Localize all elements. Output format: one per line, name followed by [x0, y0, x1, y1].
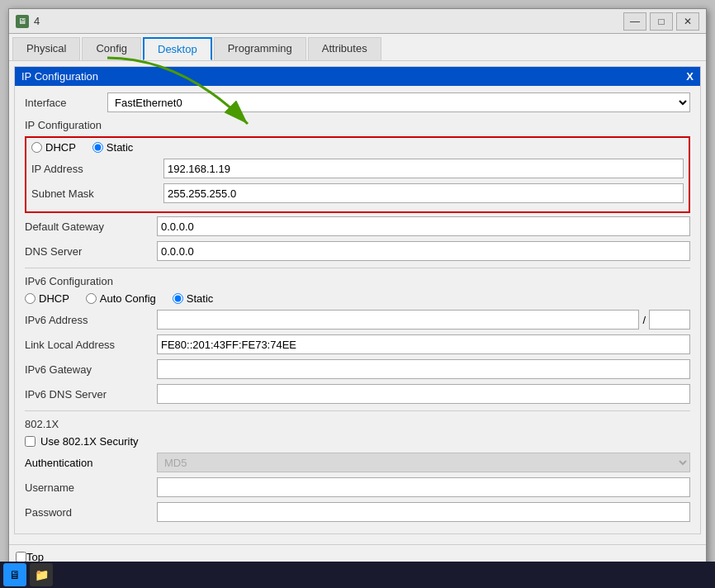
- interface-select[interactable]: FastEthernet0: [107, 92, 690, 112]
- ip-address-input[interactable]: [163, 159, 684, 178]
- ipv6-dns-label: IPv6 DNS Server: [25, 388, 157, 401]
- ipv6-slash: /: [642, 314, 646, 326]
- dot1x-section-title: 802.1X: [25, 418, 690, 430]
- use-security-label: Use 802.1X Security: [40, 435, 139, 448]
- use-security-row: Use 802.1X Security: [25, 435, 690, 448]
- main-window: 🖥 4 — □ ✕ Physical Config Desktop Progra…: [8, 8, 707, 570]
- dns-server-row: DNS Server: [25, 241, 690, 261]
- ipv6-static-radio[interactable]: [173, 293, 183, 304]
- separator-2: [25, 410, 690, 411]
- password-label: Password: [25, 506, 157, 519]
- tabs-bar: Physical Config Desktop Programming Attr…: [9, 34, 706, 61]
- panel-body: Interface FastEthernet0 IP Configuration…: [15, 86, 700, 533]
- title-bar-left: 🖥 4: [16, 15, 40, 28]
- ipv6-dhcp-radio[interactable]: [25, 293, 36, 304]
- password-input[interactable]: [157, 502, 690, 522]
- auth-row: Authentication MD5: [25, 453, 690, 472]
- interface-label: Interface: [25, 97, 107, 109]
- dns-server-label: DNS Server: [25, 245, 157, 258]
- title-bar: 🖥 4 — □ ✕: [9, 9, 706, 34]
- panel-title: IP Configuration: [21, 70, 98, 83]
- static-radio-label[interactable]: Static: [92, 141, 134, 154]
- ip-mode-radio-row: DHCP Static: [31, 141, 684, 154]
- maximize-button[interactable]: □: [650, 12, 673, 31]
- close-button[interactable]: ✕: [676, 12, 699, 31]
- ipv6-address-input[interactable]: [157, 310, 639, 330]
- ip-mode-section: DHCP Static IP Address Subn: [25, 136, 690, 213]
- panel-close-button[interactable]: X: [686, 70, 694, 83]
- ip-address-label: IP Address: [31, 163, 163, 175]
- taskbar-icon-1[interactable]: 🖥: [3, 563, 26, 586]
- ipv6-gateway-input[interactable]: [157, 359, 690, 379]
- minimize-button[interactable]: —: [623, 12, 646, 31]
- tab-attributes[interactable]: Attributes: [308, 37, 381, 60]
- auth-label: Authentication: [25, 457, 157, 469]
- static-radio[interactable]: [92, 142, 103, 153]
- dhcp-radio-label[interactable]: DHCP: [31, 141, 76, 154]
- link-local-row: Link Local Address: [25, 334, 690, 354]
- ipv6-address-label: IPv6 Address: [25, 314, 157, 326]
- default-gateway-row: Default Gateway: [25, 216, 690, 236]
- auth-select[interactable]: MD5: [157, 453, 690, 472]
- dns-server-input[interactable]: [157, 241, 690, 261]
- separator-1: [25, 268, 690, 268]
- username-input[interactable]: [157, 477, 690, 497]
- ipv6-dns-input[interactable]: [157, 384, 690, 404]
- ipv6-prefix-input[interactable]: [649, 310, 690, 330]
- ipv6-gateway-label: IPv6 Gateway: [25, 363, 157, 376]
- link-local-label: Link Local Address: [25, 339, 157, 351]
- content-area: IP Configuration X Interface FastEtherne…: [9, 61, 706, 542]
- title-controls: — □ ✕: [623, 12, 699, 31]
- panel-header: IP Configuration X: [15, 67, 700, 86]
- subnet-mask-row: Subnet Mask: [31, 183, 684, 203]
- dhcp-radio[interactable]: [31, 142, 42, 153]
- app-icon: 🖥: [16, 15, 29, 28]
- link-local-input[interactable]: [157, 334, 690, 354]
- subnet-mask-input[interactable]: [163, 183, 684, 203]
- ipv6-static-radio-label[interactable]: Static: [173, 292, 214, 305]
- ipv6-auto-radio[interactable]: [86, 293, 97, 304]
- password-row: Password: [25, 502, 690, 522]
- interface-row: Interface FastEthernet0: [25, 92, 690, 112]
- ipv4-section-title: IP Configuration: [25, 119, 690, 131]
- ipv6-dhcp-radio-label[interactable]: DHCP: [25, 292, 69, 305]
- use-security-checkbox[interactable]: [25, 436, 36, 447]
- default-gateway-label: Default Gateway: [25, 220, 157, 233]
- ipv6-dns-row: IPv6 DNS Server: [25, 384, 690, 404]
- default-gateway-input[interactable]: [157, 216, 690, 236]
- ipv6-gateway-row: IPv6 Gateway: [25, 359, 690, 379]
- tab-desktop[interactable]: Desktop: [143, 37, 212, 60]
- username-row: Username: [25, 477, 690, 497]
- taskbar: 🖥 📁: [0, 562, 715, 588]
- ipv6-mode-radio-row: DHCP Auto Config Static: [25, 292, 690, 305]
- subnet-mask-label: Subnet Mask: [31, 187, 163, 200]
- taskbar-icon-2[interactable]: 📁: [30, 563, 53, 586]
- window-title: 4: [34, 15, 40, 27]
- tab-physical[interactable]: Physical: [12, 37, 80, 60]
- ipv6-auto-radio-label[interactable]: Auto Config: [86, 292, 156, 305]
- username-label: Username: [25, 481, 157, 494]
- ipv6-address-row: IPv6 Address /: [25, 310, 690, 330]
- tab-config[interactable]: Config: [82, 37, 141, 60]
- ip-config-panel: IP Configuration X Interface FastEtherne…: [14, 66, 701, 534]
- ip-address-row: IP Address: [31, 159, 684, 178]
- tab-programming[interactable]: Programming: [214, 37, 306, 60]
- ipv6-section-title: IPv6 Configuration: [25, 275, 690, 287]
